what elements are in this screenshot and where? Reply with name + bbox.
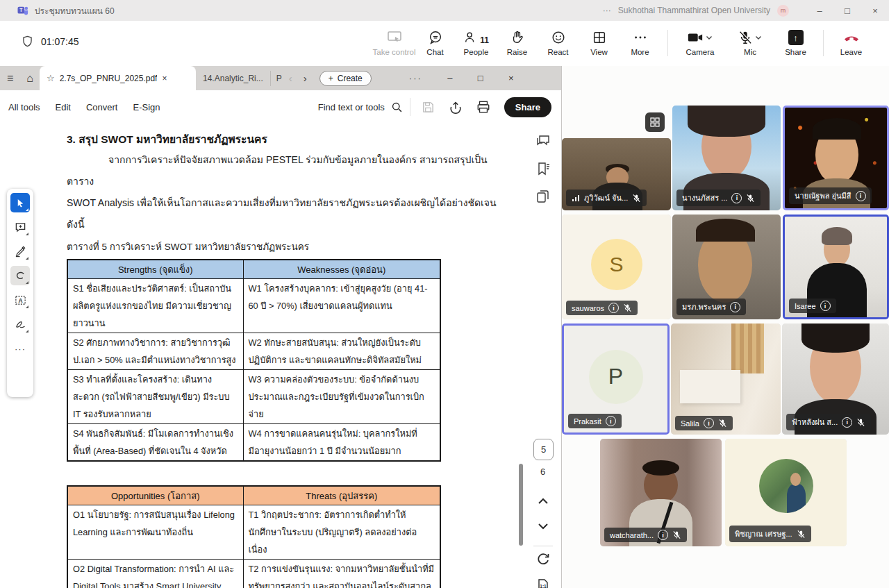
doc-heading: 3. สรุป SWOT มหาวิทยาลัยราชภัฏพระนคร <box>67 131 506 148</box>
more-tools-button[interactable]: ··· <box>10 339 30 358</box>
cell-s3: S3 ทำเลที่ตั้งและโครงสร้าง: เดินทางสะดวก… <box>67 370 243 424</box>
mic-button[interactable]: Mic <box>725 30 775 56</box>
edit-menu[interactable]: Edit <box>56 102 71 112</box>
window-close-button[interactable]: × <box>861 0 889 21</box>
draw-tool-button[interactable] <box>10 266 30 285</box>
select-tool-button[interactable] <box>10 193 30 212</box>
all-tools-menu[interactable]: All tools <box>8 102 40 112</box>
add-text-tool-button[interactable]: A <box>10 290 30 310</box>
more-button[interactable]: More <box>620 30 660 56</box>
add-comment-tool-button[interactable] <box>10 217 30 237</box>
participant-name-label: นางนภัสสร ... i <box>676 190 761 206</box>
fill-sign-tool-button[interactable] <box>10 314 30 334</box>
info-badge-icon: i <box>842 417 852 428</box>
vertical-scrollbar[interactable] <box>519 464 523 546</box>
participant-tile-speaking[interactable]: นายณัฐพล อุ่นมีสี i <box>783 106 889 210</box>
page-thumbnails-icon[interactable] <box>535 189 551 204</box>
participant-tile[interactable]: ฟ้าหลังฝน ส... i <box>782 324 889 435</box>
pdf-document-area[interactable]: A ··· 3. สรุป SWOT มหาวิทยาลัยราชภัฏพระน… <box>0 124 525 588</box>
previous-page-chevron-icon[interactable] <box>536 496 550 507</box>
mic-off-icon <box>672 530 681 539</box>
cell-t1: T1 วิกฤตประชากร: อัตราการเกิดต่ำทำให้นัก… <box>243 505 440 560</box>
timer-value: 01:07:45 <box>41 36 79 47</box>
table-row: S2 ศักยภาพทางวิชาการ: สายวิชาการวุฒิ ป.เ… <box>67 333 440 370</box>
home-icon[interactable]: ⌂ <box>20 72 40 85</box>
cell-t2: T2 การแข่งขันรุนแรง: จากมหาวิทยาลัยชั้นน… <box>243 560 440 588</box>
participant-tile[interactable]: S sauwaros i <box>562 215 671 319</box>
convert-menu[interactable]: Convert <box>86 102 118 112</box>
window-minimize-button[interactable]: – <box>806 0 833 21</box>
meeting-window-title: ประชุมทบทวนแผน 60 <box>35 4 115 17</box>
search-icon <box>391 101 403 113</box>
participant-tile-active[interactable]: P Prakasit i <box>562 324 670 435</box>
view-button[interactable]: View <box>579 30 620 56</box>
acrobat-share-button[interactable]: Share <box>504 97 551 117</box>
acrobat-close-button[interactable]: × <box>496 66 526 90</box>
camera-icon <box>687 30 704 45</box>
gallery-grid-icon <box>650 117 660 127</box>
tab-active-pdf[interactable]: ☆ 2.7s_OP_PNRU_2025.pdf × <box>40 66 196 90</box>
rotate-refresh-icon[interactable] <box>535 551 551 566</box>
mic-off-icon <box>718 419 727 428</box>
mic-chevron-icon[interactable] <box>754 33 763 42</box>
teams-logo-icon: T <box>17 4 29 17</box>
acrobat-tab-bar: ≡ ⌂ ☆ 2.7s_OP_PNRU_2025.pdf × 14.Analyti… <box>0 66 561 90</box>
people-button[interactable]: 11 People <box>456 30 497 56</box>
actual-size-icon[interactable]: 1:1 <box>535 578 551 588</box>
titlebar-more-dots[interactable]: ··· <box>603 6 611 15</box>
cell-w2: W2 ทักษะสายสนับสนุน: ส่วนใหญ่ยังเป็นระดั… <box>243 333 440 370</box>
camera-chevron-icon[interactable] <box>705 33 713 42</box>
participant-tile-active[interactable]: Isaree i <box>783 215 889 319</box>
participant-tile[interactable]: ภูวิวัฒน์ จัน... <box>562 138 671 210</box>
tab-forward-arrow[interactable]: › <box>298 72 313 84</box>
share-screen-button[interactable]: ↑ Share <box>775 30 816 56</box>
acrobat-minimize-button[interactable]: – <box>435 66 465 90</box>
highlight-tool-button[interactable] <box>10 242 30 261</box>
menu-hamburger-icon[interactable]: ≡ <box>0 72 20 85</box>
bookmarks-panel-icon[interactable] <box>535 161 551 176</box>
star-icon[interactable]: ☆ <box>47 73 55 83</box>
tab-close-icon[interactable]: × <box>162 74 167 83</box>
next-page-chevron-icon[interactable] <box>536 521 550 532</box>
meeting-timer: 01:07:45 <box>21 35 79 48</box>
swot-strengths-weaknesses-table: Strengths (จุดแข็ง) Weaknesses (จุดอ่อน)… <box>67 259 441 462</box>
participant-name-label: ภูวิวัฒน์ จัน... <box>566 190 647 206</box>
acrobat-maximize-button[interactable]: □ <box>465 66 496 90</box>
user-avatar[interactable]: m <box>777 5 789 17</box>
create-tab-button[interactable]: + Create <box>319 71 372 86</box>
react-button[interactable]: React <box>538 30 579 56</box>
gallery-view-toggle-button[interactable] <box>645 112 665 132</box>
doc-paragraph-line3: ดังนี้ <box>67 214 506 235</box>
participant-tile[interactable]: พิชญาณ เศรษฐ... <box>725 439 847 546</box>
current-page-input[interactable]: 5 <box>533 439 554 460</box>
chat-button[interactable]: Chat <box>415 30 456 56</box>
leave-button[interactable]: Leave <box>831 30 872 56</box>
camera-button[interactable]: Camera <box>675 30 725 56</box>
participant-name-label: Salila i <box>675 416 733 430</box>
find-text-button[interactable]: Find text or tools <box>318 101 403 113</box>
participant-tile[interactable]: นางนภัสสร ... i <box>672 106 781 210</box>
tabbar-more-dots[interactable]: ··· <box>409 73 422 83</box>
meeting-control-bar: 01:07:45 Take control Chat 11 <box>0 21 889 67</box>
take-control-button: Take control <box>374 30 415 56</box>
acrobat-right-rail: 5 6 1:1 <box>525 124 561 588</box>
participant-name-label: watcharath... i <box>604 528 687 542</box>
raise-hand-button[interactable]: Raise <box>497 30 538 56</box>
participant-name-label: มรภ.พระนคร i <box>676 299 746 315</box>
window-maximize-button[interactable]: □ <box>833 0 861 21</box>
comments-panel-icon[interactable] <box>535 133 551 149</box>
strengths-header: Strengths (จุดแข็ง) <box>67 260 243 279</box>
send-share-icon[interactable] <box>449 100 463 114</box>
participant-tile[interactable]: Salila i <box>671 324 781 435</box>
tab-partial[interactable]: P <box>271 74 283 83</box>
raise-hand-icon <box>510 30 524 45</box>
info-badge-icon: i <box>730 302 740 312</box>
avatar: P <box>589 350 643 404</box>
participant-tile[interactable]: watcharath... i <box>600 439 722 546</box>
print-icon[interactable] <box>476 100 490 114</box>
doc-paragraph-line2: SWOT Analysis เพื่อให้เห็นโอกาสและความเส… <box>67 192 506 214</box>
participant-tile[interactable]: มรภ.พระนคร i <box>672 215 781 319</box>
participant-name-label: Isaree i <box>789 299 836 313</box>
esign-menu[interactable]: E-Sign <box>133 102 160 112</box>
tab-inactive-pdf[interactable]: 14.Analytic_Ri... <box>196 71 271 86</box>
